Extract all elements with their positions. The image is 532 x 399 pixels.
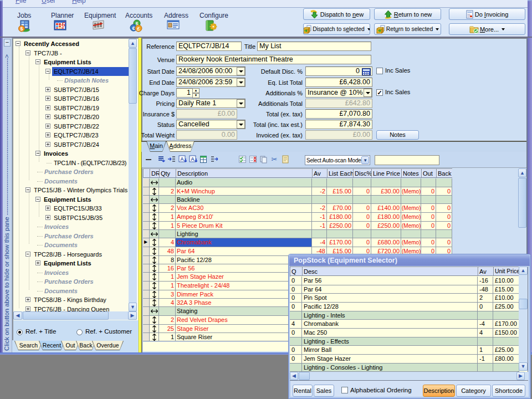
svg-text:£: £ xyxy=(137,26,140,32)
svg-text:A: A xyxy=(180,156,184,162)
svg-text:€: € xyxy=(132,25,135,31)
svg-text:✂: ✂ xyxy=(272,155,278,163)
svg-text:A: A xyxy=(191,156,195,162)
svg-text:$: $ xyxy=(20,26,23,32)
svg-text:6: 6 xyxy=(62,20,65,28)
